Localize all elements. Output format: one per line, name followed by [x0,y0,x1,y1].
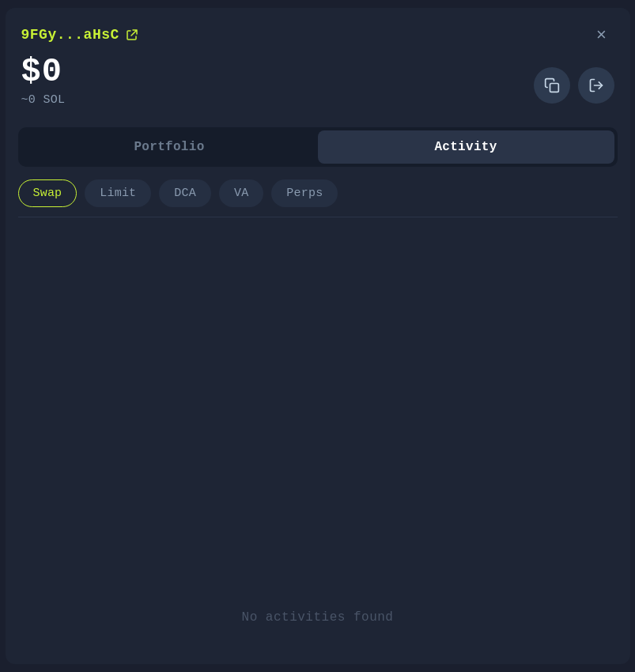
filter-swap[interactable]: Swap [18,179,77,207]
tab-portfolio[interactable]: Portfolio [21,130,318,164]
balance-info: $0 ~0 SOL [21,54,66,107]
close-button[interactable]: × [589,22,614,47]
tab-activity[interactable]: Activity [318,130,614,164]
copy-icon [544,77,560,93]
copy-button[interactable] [534,67,570,104]
wallet-address: 9FGy...aHsC [21,27,138,43]
wallet-address-text: 9FGy...aHsC [21,27,119,43]
header-top-row: 9FGy...aHsC × [21,22,614,47]
filter-bar: Swap Limit DCA VA Perps [6,167,630,217]
filter-dca[interactable]: DCA [159,179,211,207]
balance-usd: $0 [21,54,66,90]
send-button[interactable] [578,67,614,104]
filter-va[interactable]: VA [219,179,263,207]
external-link-icon[interactable] [126,28,138,41]
balance-row: $0 ~0 SOL [21,54,614,107]
svg-rect-0 [550,84,558,92]
tab-bar: Portfolio Activity [18,127,618,167]
filter-perps[interactable]: Perps [271,179,338,207]
filter-limit[interactable]: Limit [85,179,151,207]
action-buttons [534,67,614,107]
close-icon: × [596,25,607,45]
balance-sol: ~0 SOL [21,93,66,107]
content-area: No activities found [6,217,630,664]
send-icon [588,77,604,93]
wallet-panel: 9FGy...aHsC × $0 ~0 SOL [6,8,630,664]
empty-state-message: No activities found [242,610,394,625]
wallet-header: 9FGy...aHsC × $0 ~0 SOL [6,8,630,118]
